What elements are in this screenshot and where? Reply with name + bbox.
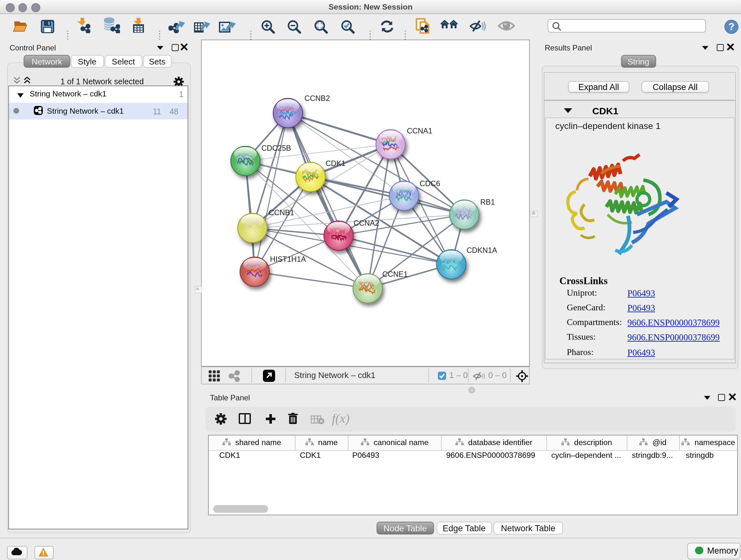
svg-text:CDC25B: CDC25B <box>261 144 291 152</box>
svg-text:CCNB1: CCNB1 <box>269 208 294 217</box>
svg-text:RB1: RB1 <box>480 198 495 206</box>
svg-text:CDKN1A: CDKN1A <box>467 246 497 254</box>
svg-text:CCNB2: CCNB2 <box>305 94 330 103</box>
svg-text:CCNA1: CCNA1 <box>407 127 432 135</box>
svg-text:CDC6: CDC6 <box>420 179 440 188</box>
svg-text:CDK1: CDK1 <box>326 159 346 168</box>
svg-text:CCNE1: CCNE1 <box>382 270 408 278</box>
svg-text:CCNA2: CCNA2 <box>354 219 379 227</box>
svg-text:HIST1H1A: HIST1H1A <box>270 255 306 263</box>
